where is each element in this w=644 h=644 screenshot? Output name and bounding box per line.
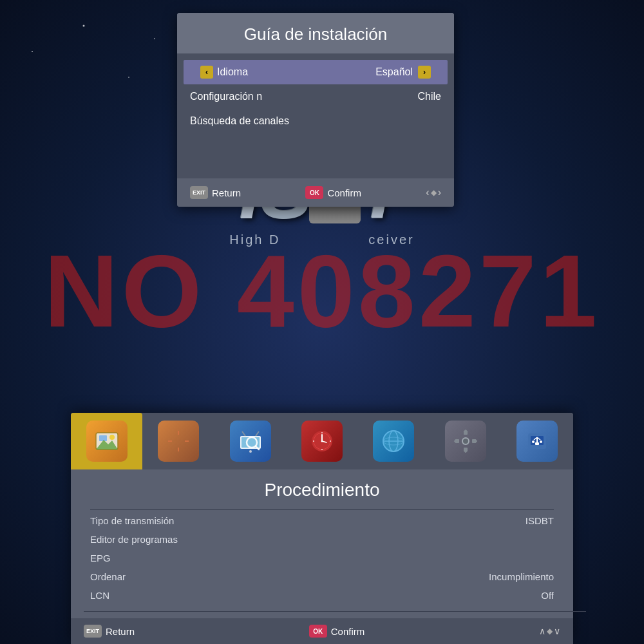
idioma-label: Idioma — [217, 66, 375, 78]
panel-divider-bottom — [84, 611, 586, 612]
panel-footer: EXIT Return OK Confirm ∧ ◆ ∨ — [71, 618, 573, 644]
menu-row-busqueda[interactable]: Búsqueda de canales — [177, 109, 454, 133]
tipo-value: ISDBT — [477, 515, 554, 526]
svg-point-53 — [321, 432, 323, 433]
svg-rect-31 — [99, 435, 107, 441]
editor-label: Editor de programas — [90, 534, 477, 545]
info-row-epg: EPG — [90, 549, 554, 567]
photo-icon-circle — [86, 421, 128, 462]
usb-icon-circle — [516, 421, 558, 462]
exit-badge-top: EXIT — [190, 186, 208, 199]
tv-icon-circle — [230, 421, 271, 462]
exit-button-bottom[interactable]: EXIT Return — [84, 625, 135, 638]
idioma-value: Español — [375, 66, 413, 78]
svg-point-1 — [83, 25, 85, 27]
dialog-spacer — [177, 133, 454, 172]
gear-svg — [453, 428, 478, 454]
tv-svg — [238, 428, 263, 454]
ok-button-top[interactable]: OK Confirm — [305, 186, 361, 199]
icon-video[interactable] — [142, 413, 214, 469]
svg-point-4 — [154, 38, 155, 39]
down-cross[interactable]: ∨ — [554, 626, 560, 636]
svg-point-54 — [321, 449, 323, 450]
dialog-title: Guía de instalación — [190, 24, 441, 44]
exit-badge-bottom: EXIT — [84, 625, 102, 638]
dialog-footer: EXIT Return OK Confirm ‹ ◆ › — [177, 178, 454, 207]
photo-svg — [94, 428, 120, 454]
nav-cross-bottom[interactable]: ∧ ◆ ∨ — [539, 626, 560, 636]
svg-point-71 — [463, 439, 468, 444]
ok-button-bottom[interactable]: OK Confirm — [309, 625, 365, 638]
ordenar-label: Ordenar — [90, 571, 477, 582]
diamond-bottom: ◆ — [547, 627, 553, 636]
video-svg — [166, 428, 191, 454]
info-row-ordenar: Ordenar Incumplimiento — [90, 567, 554, 586]
svg-point-56 — [330, 440, 331, 442]
icon-clock[interactable] — [286, 413, 357, 469]
menu-row-idioma[interactable]: ‹ Idioma Español › — [184, 60, 448, 84]
info-row-editor: Editor de programas — [90, 530, 554, 549]
video-icon-circle — [158, 421, 199, 462]
svg-rect-79 — [535, 442, 539, 445]
installation-guide-dialog: Guía de instalación ‹ Idioma Español › C… — [177, 13, 454, 207]
exit-label-bottom: Return — [106, 626, 135, 637]
busqueda-label: Búsqueda de canales — [190, 115, 441, 127]
usb-svg — [524, 428, 550, 454]
config-label: Configuración n — [190, 91, 418, 102]
icon-usb[interactable] — [502, 413, 573, 469]
clock-svg — [309, 428, 335, 454]
epg-value — [477, 553, 554, 564]
icons-row — [71, 413, 573, 469]
right-arrow-idioma[interactable]: › — [418, 66, 431, 79]
logo-subtitle: High D ceiver — [229, 232, 414, 247]
globe-icon-circle — [373, 421, 414, 462]
left-arrow-idioma[interactable]: ‹ — [200, 66, 213, 79]
icon-gear[interactable] — [430, 413, 501, 469]
tipo-label: Tipo de transmisión — [90, 515, 477, 526]
menu-row-config[interactable]: Configuración n Chile — [177, 84, 454, 109]
right-cross-top[interactable]: › — [438, 187, 441, 198]
dialog-header: Guía de instalación — [177, 13, 454, 53]
up-cross[interactable]: ∧ — [539, 626, 545, 636]
dialog-content: ‹ Idioma Español › Configuración n Chile… — [177, 53, 454, 178]
svg-point-55 — [313, 440, 314, 442]
svg-point-33 — [109, 435, 115, 440]
svg-line-46 — [242, 431, 245, 436]
left-cross-top[interactable]: ‹ — [426, 187, 429, 198]
editor-value — [477, 534, 554, 545]
config-value: Chile — [418, 91, 441, 102]
info-row-tipo: Tipo de transmisión ISDBT — [90, 511, 554, 530]
svg-point-2 — [128, 77, 129, 78]
gear-icon-circle — [445, 421, 486, 462]
ok-label-bottom: Confirm — [331, 626, 365, 637]
info-row-lcn: LCN Off — [90, 586, 554, 605]
exit-label-top: Return — [212, 187, 241, 198]
globe-svg — [381, 428, 406, 454]
panel-divider-top — [90, 509, 554, 510]
svg-point-0 — [32, 51, 33, 52]
icon-globe[interactable] — [358, 413, 430, 469]
panel-title: Procedimiento — [90, 480, 554, 500]
lcn-value: Off — [477, 590, 554, 601]
exit-button-top[interactable]: EXIT Return — [190, 186, 241, 199]
ok-badge-bottom: OK — [309, 625, 327, 638]
bottom-panel: Procedimiento Tipo de transmisión ISDBT … — [71, 413, 573, 644]
icon-photo[interactable] — [71, 413, 142, 469]
panel-content: Procedimiento Tipo de transmisión ISDBT … — [71, 469, 573, 611]
ok-label-top: Confirm — [327, 187, 361, 198]
svg-line-47 — [256, 431, 259, 436]
diamond-top: ◆ — [431, 188, 437, 197]
svg-point-78 — [540, 440, 542, 443]
ordenar-value: Incumplimiento — [477, 571, 554, 582]
starfield — [0, 0, 193, 97]
epg-label: EPG — [90, 553, 477, 564]
svg-point-43 — [249, 450, 252, 453]
lcn-label: LCN — [90, 590, 477, 601]
nav-cross-top[interactable]: ‹ ◆ › — [426, 187, 441, 198]
ok-badge-top: OK — [305, 186, 323, 199]
svg-point-77 — [532, 440, 535, 443]
clock-icon-circle — [301, 421, 343, 462]
icon-tv[interactable] — [214, 413, 286, 469]
